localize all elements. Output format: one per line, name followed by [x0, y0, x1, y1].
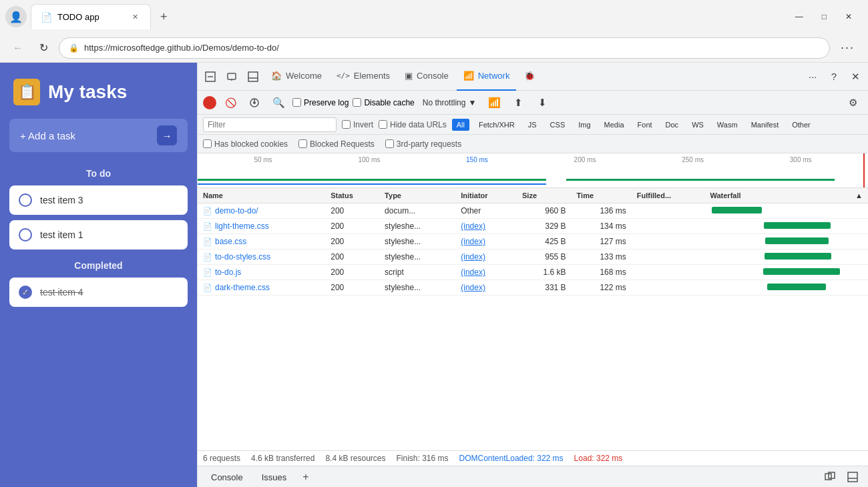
disable-cache-checkbox[interactable]: Disable cache — [353, 98, 414, 107]
title-bar-left: 👤 📄 TODO app ✕ + — [5, 4, 785, 29]
tab-welcome[interactable]: 🏠 Welcome — [264, 63, 329, 91]
type-filter-js[interactable]: JS — [524, 119, 541, 130]
col-status[interactable]: Status — [325, 188, 379, 203]
inspect-element-icon[interactable] — [200, 67, 220, 87]
table-row[interactable]: 📄base.css200styleshe...(index)425 B127 m… — [198, 234, 868, 250]
invert-checkbox[interactable]: Invert — [342, 120, 373, 129]
table-row[interactable]: 📄dark-theme.css200styleshe...(index)331 … — [198, 280, 868, 296]
tab-elements[interactable]: </> Elements — [330, 63, 397, 91]
back-button[interactable]: ← — [8, 38, 28, 58]
network-filter-icon[interactable] — [244, 93, 264, 113]
table-row[interactable]: 📄to-do.js200script(index)1.6 kB168 ms — [198, 265, 868, 280]
transferred-size: 4.6 kB transferred — [251, 454, 314, 463]
task-circle-3[interactable]: ✓ — [19, 286, 32, 299]
bottom-tab-issues[interactable]: Issues — [254, 466, 295, 488]
col-time[interactable]: Time — [572, 188, 632, 203]
network-table: Name Status Type Initiator Size Time Ful… — [198, 188, 868, 450]
table-row[interactable]: 📄demo-to-do/200docum...Other960 B136 ms — [198, 203, 868, 219]
col-waterfall[interactable]: Waterfall ▲ — [705, 188, 869, 203]
new-tab-button[interactable]: + — [155, 7, 173, 27]
blocked-cookies-label: Has blocked cookies — [214, 139, 288, 149]
type-filter-all[interactable]: All — [452, 119, 469, 131]
dock-devtools-icon[interactable] — [843, 467, 863, 487]
task-text-2: test item 1 — [40, 229, 83, 240]
toggle-drawer-icon[interactable] — [243, 67, 263, 87]
table-header-row: Name Status Type Initiator Size Time Ful… — [198, 188, 868, 203]
upload-icon[interactable]: ⬆ — [508, 93, 528, 113]
main-content: 📋 My tasks + Add a task → To do test ite… — [0, 63, 868, 487]
type-filter-doc[interactable]: Doc — [662, 119, 683, 130]
blocked-cookies-checkbox[interactable]: Has blocked cookies — [203, 139, 288, 149]
more-options-button[interactable]: ··· — [835, 38, 860, 57]
tick-150ms: 150 ms — [466, 156, 488, 163]
bottom-tab-console[interactable]: Console — [203, 466, 251, 488]
more-tools-icon[interactable]: ··· — [803, 67, 823, 87]
add-task-button[interactable]: + Add a task → — [9, 119, 188, 152]
add-bottom-tab-icon[interactable]: + — [297, 468, 314, 486]
search-icon[interactable]: 🔍 — [268, 93, 288, 113]
refresh-button[interactable]: ↻ — [33, 38, 53, 58]
tab-performance[interactable]: 🐞 — [517, 63, 541, 91]
tab-console[interactable]: ▣ Console — [398, 63, 455, 91]
col-type[interactable]: Type — [379, 188, 455, 203]
address-bar[interactable]: 🔒 https://microsoftedge.github.io/Demos/… — [59, 37, 830, 59]
type-filter-manifest[interactable]: Manifest — [747, 119, 783, 130]
table-row[interactable]: 📄to-do-styles.css200styleshe...(index)95… — [198, 250, 868, 265]
profile-avatar[interactable]: 👤 — [5, 6, 27, 27]
type-filter-css[interactable]: CSS — [546, 119, 570, 130]
type-filter-fetch[interactable]: Fetch/XHR — [475, 119, 519, 130]
preserve-log-label: Preserve log — [304, 98, 349, 107]
help-icon[interactable]: ? — [824, 67, 844, 87]
type-filter-wasm[interactable]: Wasm — [713, 119, 742, 130]
devtools-close-icon[interactable]: ✕ — [845, 67, 865, 87]
finish-time: Finish: 316 ms — [396, 454, 448, 463]
task-circle-1[interactable] — [19, 193, 32, 207]
performance-icon: 🐞 — [524, 71, 535, 81]
disable-cache-label: Disable cache — [364, 98, 414, 107]
type-filter-media[interactable]: Media — [600, 119, 628, 130]
minimize-button[interactable]: — — [790, 9, 809, 24]
type-filter-img[interactable]: Img — [574, 119, 594, 130]
filter-input[interactable] — [203, 117, 337, 132]
timeline-blue-line — [198, 183, 546, 185]
col-name[interactable]: Name — [198, 188, 325, 203]
task-item-1[interactable]: test item 3 — [9, 185, 188, 215]
record-button[interactable] — [203, 96, 216, 109]
table-row[interactable]: 📄light-theme.css200styleshe...(index)329… — [198, 219, 868, 234]
preserve-log-checkbox[interactable]: Preserve log — [292, 98, 349, 107]
type-filter-font[interactable]: Font — [634, 119, 656, 130]
network-conditions-icon[interactable]: 📶 — [484, 93, 504, 113]
blocked-requests-label: Blocked Requests — [310, 139, 375, 149]
console-icon: ▣ — [405, 71, 413, 81]
detach-devtools-icon[interactable] — [820, 467, 840, 487]
browser-tab[interactable]: 📄 TODO app ✕ — [31, 4, 151, 29]
col-size[interactable]: Size — [517, 188, 572, 203]
blocked-requests-checkbox[interactable]: Blocked Requests — [298, 139, 375, 149]
type-filter-other[interactable]: Other — [788, 119, 815, 130]
throttle-dropdown[interactable]: No throttling ▼ — [419, 95, 481, 111]
task-item-2[interactable]: test item 1 — [9, 220, 188, 250]
settings-icon[interactable]: ⚙ — [843, 93, 863, 113]
home-icon: 🏠 — [271, 71, 282, 81]
tab-icon: 📄 — [41, 12, 52, 23]
task-item-3[interactable]: ✓ test item 4 — [9, 278, 188, 307]
device-toggle-icon[interactable] — [222, 67, 242, 87]
third-party-checkbox[interactable]: 3rd-party requests — [385, 139, 461, 149]
tab-network[interactable]: 📶 Network — [457, 63, 517, 91]
status-bar: 6 requests 4.6 kB transferred 8.4 kB res… — [198, 450, 868, 466]
tab-close-btn[interactable]: ✕ — [129, 11, 141, 23]
col-initiator[interactable]: Initiator — [455, 188, 517, 203]
svg-rect-11 — [848, 472, 857, 482]
type-filter-ws[interactable]: WS — [688, 119, 708, 130]
completed-section-label: Completed — [0, 255, 197, 278]
col-fulfilled[interactable]: Fulfilled... — [632, 188, 705, 203]
task-circle-2[interactable] — [19, 228, 32, 241]
download-icon[interactable]: ⬇ — [532, 93, 552, 113]
clear-network-icon[interactable]: 🚫 — [220, 93, 240, 113]
close-button[interactable]: ✕ — [840, 9, 857, 24]
throttle-label: No throttling — [423, 98, 466, 107]
timeline-green-bar-1 — [198, 179, 546, 181]
maximize-button[interactable]: □ — [817, 9, 832, 24]
hide-data-urls-label: Hide data URLs — [390, 120, 447, 129]
hide-data-urls-checkbox[interactable]: Hide data URLs — [379, 120, 447, 129]
